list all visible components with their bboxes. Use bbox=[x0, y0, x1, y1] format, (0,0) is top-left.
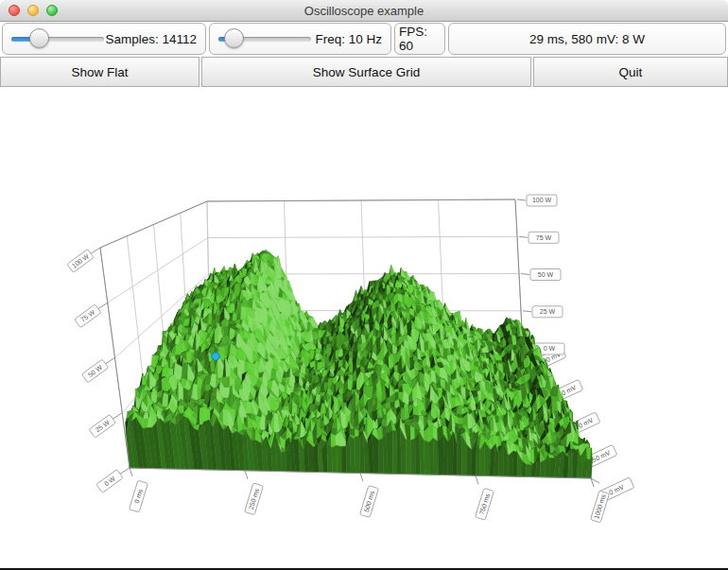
axis-tick-label: 750 ms bbox=[476, 488, 494, 520]
axis-tick-label: 75 W bbox=[529, 232, 559, 243]
plot-area: 0 mV250 mV500 mV750 mV1000 mV0 W25 W50 W… bbox=[0, 87, 728, 569]
axis-tick-label: 250 ms bbox=[245, 483, 264, 515]
window-title: Oscilloscope example bbox=[304, 4, 424, 18]
quit-button[interactable]: Quit bbox=[533, 57, 728, 87]
axis-tick-label: 0 W bbox=[96, 470, 123, 493]
title-bar[interactable]: Oscilloscope example bbox=[0, 0, 728, 22]
fps-label: FPS: 60 bbox=[399, 25, 441, 53]
axis-tick-label: 0 ms bbox=[130, 480, 148, 512]
svg-text:25 W: 25 W bbox=[540, 308, 556, 315]
readout-label: 29 ms, 580 mV: 8 W bbox=[458, 32, 717, 46]
picked-point-marker[interactable] bbox=[212, 353, 219, 360]
fps-indicator: FPS: 60 bbox=[394, 23, 445, 55]
freq-control: Freq: 10 Hz bbox=[209, 23, 391, 55]
slider-handle[interactable] bbox=[224, 28, 244, 48]
axis-tick-label: 1000 ms bbox=[591, 491, 610, 523]
axis-tick-label: 100 W bbox=[527, 195, 557, 206]
freq-label: Freq: 10 Hz bbox=[311, 32, 382, 46]
app-window: Oscilloscope example Samples: 14112 Freq… bbox=[0, 0, 728, 570]
readout-box: 29 ms, 580 mV: 8 W bbox=[448, 23, 726, 55]
axis-tick-label: 25 W bbox=[532, 306, 563, 318]
zoom-button[interactable] bbox=[46, 5, 58, 16]
svg-text:0 W: 0 W bbox=[544, 345, 556, 352]
show-flat-button[interactable]: Show Flat bbox=[0, 57, 199, 87]
axis-tick-label: 25 W bbox=[89, 414, 115, 438]
axis-tick-label: 75 W bbox=[75, 304, 101, 328]
show-surface-grid-button[interactable]: Show Surface Grid bbox=[201, 57, 531, 87]
toolbar: Samples: 14112 Freq: 10 Hz FPS: 60 29 ms… bbox=[0, 22, 728, 57]
freq-slider[interactable] bbox=[218, 28, 311, 49]
samples-label: Samples: 14112 bbox=[104, 32, 197, 46]
svg-text:100 W: 100 W bbox=[532, 197, 552, 203]
svg-text:75 W: 75 W bbox=[536, 234, 552, 241]
surface-plot-3d[interactable]: 0 mV250 mV500 mV750 mV1000 mV0 W25 W50 W… bbox=[0, 87, 728, 569]
axis-tick-label: 50 W bbox=[81, 359, 108, 383]
samples-slider[interactable] bbox=[11, 28, 104, 49]
axis-tick-label: 100 W bbox=[67, 250, 94, 273]
slider-handle[interactable] bbox=[29, 28, 49, 48]
button-row: Show Flat Show Surface Grid Quit bbox=[0, 57, 728, 87]
close-button[interactable] bbox=[9, 5, 20, 16]
axis-tick-label: 500 ms bbox=[360, 486, 379, 518]
surface-mesh bbox=[126, 250, 593, 478]
samples-control: Samples: 14112 bbox=[2, 23, 206, 55]
window-controls bbox=[9, 0, 58, 21]
minimize-button[interactable] bbox=[27, 5, 39, 16]
svg-text:50 W: 50 W bbox=[538, 271, 554, 278]
axis-tick-label: 50 W bbox=[530, 269, 561, 281]
